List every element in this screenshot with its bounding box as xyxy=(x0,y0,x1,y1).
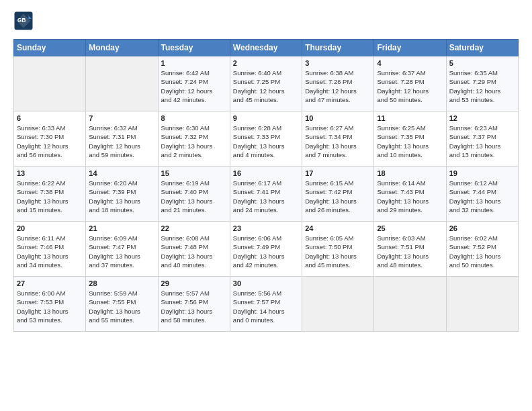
calendar-cell: 17Sunrise: 6:15 AM Sunset: 7:42 PM Dayli… xyxy=(302,167,374,222)
day-number: 11 xyxy=(377,114,443,122)
day-detail: Sunrise: 6:27 AM Sunset: 7:34 PM Dayligh… xyxy=(305,124,371,159)
week-row-1: 6Sunrise: 6:33 AM Sunset: 7:30 PM Daylig… xyxy=(14,111,519,167)
calendar-cell: 30Sunrise: 5:56 AM Sunset: 7:57 PM Dayli… xyxy=(230,277,302,332)
day-detail: Sunrise: 6:35 AM Sunset: 7:29 PM Dayligh… xyxy=(449,68,515,104)
calendar-cell: 2Sunrise: 6:40 AM Sunset: 7:25 PM Daylig… xyxy=(230,56,302,111)
calendar-header: SundayMondayTuesdayWednesdayThursdayFrid… xyxy=(14,40,519,56)
day-detail: Sunrise: 6:23 AM Sunset: 7:37 PM Dayligh… xyxy=(449,124,515,159)
day-number: 22 xyxy=(161,224,227,232)
day-detail: Sunrise: 6:40 AM Sunset: 7:25 PM Dayligh… xyxy=(233,68,299,104)
calendar-cell: 21Sunrise: 6:09 AM Sunset: 7:47 PM Dayli… xyxy=(86,222,158,277)
header: GB xyxy=(13,11,519,31)
day-number: 27 xyxy=(17,279,83,287)
day-detail: Sunrise: 6:11 AM Sunset: 7:46 PM Dayligh… xyxy=(17,234,83,269)
day-detail: Sunrise: 5:57 AM Sunset: 7:56 PM Dayligh… xyxy=(161,289,227,324)
calendar-cell: 19Sunrise: 6:12 AM Sunset: 7:44 PM Dayli… xyxy=(446,167,518,222)
day-number: 4 xyxy=(377,59,443,67)
day-number: 5 xyxy=(449,59,515,67)
logo-icon: GB xyxy=(13,11,34,31)
calendar-cell: 24Sunrise: 6:05 AM Sunset: 7:50 PM Dayli… xyxy=(302,222,374,277)
calendar-cell: 3Sunrise: 6:38 AM Sunset: 7:26 PM Daylig… xyxy=(302,56,374,111)
calendar-cell: 18Sunrise: 6:14 AM Sunset: 7:43 PM Dayli… xyxy=(374,167,446,222)
calendar-cell xyxy=(86,56,158,111)
day-detail: Sunrise: 5:59 AM Sunset: 7:55 PM Dayligh… xyxy=(89,289,154,324)
day-detail: Sunrise: 6:14 AM Sunset: 7:43 PM Dayligh… xyxy=(377,179,443,214)
calendar-cell: 4Sunrise: 6:37 AM Sunset: 7:28 PM Daylig… xyxy=(374,56,446,111)
day-detail: Sunrise: 6:09 AM Sunset: 7:47 PM Dayligh… xyxy=(89,234,154,269)
svg-text:GB: GB xyxy=(17,17,26,24)
day-number: 19 xyxy=(449,169,515,177)
calendar-cell xyxy=(374,277,446,332)
calendar-cell: 23Sunrise: 6:06 AM Sunset: 7:49 PM Dayli… xyxy=(230,222,302,277)
day-number: 17 xyxy=(305,169,371,177)
header-day-thursday: Thursday xyxy=(302,40,374,56)
calendar-cell xyxy=(302,277,374,332)
day-detail: Sunrise: 6:19 AM Sunset: 7:40 PM Dayligh… xyxy=(161,179,227,214)
day-detail: Sunrise: 6:17 AM Sunset: 7:41 PM Dayligh… xyxy=(233,179,299,214)
calendar-cell: 26Sunrise: 6:02 AM Sunset: 7:52 PM Dayli… xyxy=(446,222,518,277)
day-number: 10 xyxy=(305,114,371,122)
day-number: 25 xyxy=(377,224,443,232)
day-number: 28 xyxy=(89,279,154,287)
day-detail: Sunrise: 6:25 AM Sunset: 7:35 PM Dayligh… xyxy=(377,124,443,159)
calendar-cell: 22Sunrise: 6:08 AM Sunset: 7:48 PM Dayli… xyxy=(158,222,230,277)
calendar-cell: 1Sunrise: 6:42 AM Sunset: 7:24 PM Daylig… xyxy=(158,56,230,111)
calendar-cell: 25Sunrise: 6:03 AM Sunset: 7:51 PM Dayli… xyxy=(374,222,446,277)
calendar-cell: 14Sunrise: 6:20 AM Sunset: 7:39 PM Dayli… xyxy=(86,167,158,222)
header-day-wednesday: Wednesday xyxy=(230,40,302,56)
day-number: 16 xyxy=(233,169,299,177)
day-detail: Sunrise: 6:30 AM Sunset: 7:32 PM Dayligh… xyxy=(161,124,227,159)
calendar-cell: 13Sunrise: 6:22 AM Sunset: 7:38 PM Dayli… xyxy=(14,167,86,222)
week-row-3: 20Sunrise: 6:11 AM Sunset: 7:46 PM Dayli… xyxy=(14,222,519,277)
calendar-cell xyxy=(446,277,518,332)
day-detail: Sunrise: 6:37 AM Sunset: 7:28 PM Dayligh… xyxy=(377,68,443,104)
day-number: 8 xyxy=(161,114,227,122)
day-detail: Sunrise: 6:22 AM Sunset: 7:38 PM Dayligh… xyxy=(17,179,83,214)
day-number: 30 xyxy=(233,279,299,287)
header-day-friday: Friday xyxy=(374,40,446,56)
day-detail: Sunrise: 6:33 AM Sunset: 7:30 PM Dayligh… xyxy=(17,124,83,159)
calendar-cell: 9Sunrise: 6:28 AM Sunset: 7:33 PM Daylig… xyxy=(230,111,302,167)
calendar-cell: 27Sunrise: 6:00 AM Sunset: 7:53 PM Dayli… xyxy=(14,277,86,332)
day-detail: Sunrise: 6:03 AM Sunset: 7:51 PM Dayligh… xyxy=(377,234,443,269)
calendar-cell: 12Sunrise: 6:23 AM Sunset: 7:37 PM Dayli… xyxy=(446,111,518,167)
calendar-table: SundayMondayTuesdayWednesdayThursdayFrid… xyxy=(13,39,519,332)
header-row: SundayMondayTuesdayWednesdayThursdayFrid… xyxy=(14,40,519,56)
calendar-cell: 20Sunrise: 6:11 AM Sunset: 7:46 PM Dayli… xyxy=(14,222,86,277)
calendar-cell: 8Sunrise: 6:30 AM Sunset: 7:32 PM Daylig… xyxy=(158,111,230,167)
day-detail: Sunrise: 5:56 AM Sunset: 7:57 PM Dayligh… xyxy=(233,289,299,324)
day-number: 26 xyxy=(449,224,515,232)
day-number: 2 xyxy=(233,59,299,67)
header-day-sunday: Sunday xyxy=(14,40,86,56)
calendar-body: 1Sunrise: 6:42 AM Sunset: 7:24 PM Daylig… xyxy=(14,56,519,332)
day-number: 23 xyxy=(233,224,299,232)
header-day-saturday: Saturday xyxy=(446,40,518,56)
day-number: 24 xyxy=(305,224,371,232)
day-detail: Sunrise: 6:08 AM Sunset: 7:48 PM Dayligh… xyxy=(161,234,227,269)
day-number: 6 xyxy=(17,114,83,122)
day-detail: Sunrise: 6:06 AM Sunset: 7:49 PM Dayligh… xyxy=(233,234,299,269)
calendar-cell: 10Sunrise: 6:27 AM Sunset: 7:34 PM Dayli… xyxy=(302,111,374,167)
week-row-4: 27Sunrise: 6:00 AM Sunset: 7:53 PM Dayli… xyxy=(14,277,519,332)
calendar-cell: 5Sunrise: 6:35 AM Sunset: 7:29 PM Daylig… xyxy=(446,56,518,111)
day-detail: Sunrise: 6:02 AM Sunset: 7:52 PM Dayligh… xyxy=(449,234,515,269)
day-number: 7 xyxy=(89,114,154,122)
calendar-cell: 7Sunrise: 6:32 AM Sunset: 7:31 PM Daylig… xyxy=(86,111,158,167)
day-detail: Sunrise: 6:42 AM Sunset: 7:24 PM Dayligh… xyxy=(161,68,227,104)
calendar-cell: 29Sunrise: 5:57 AM Sunset: 7:56 PM Dayli… xyxy=(158,277,230,332)
header-day-tuesday: Tuesday xyxy=(158,40,230,56)
week-row-2: 13Sunrise: 6:22 AM Sunset: 7:38 PM Dayli… xyxy=(14,167,519,222)
day-detail: Sunrise: 6:32 AM Sunset: 7:31 PM Dayligh… xyxy=(89,124,154,159)
day-number: 13 xyxy=(17,169,83,177)
day-detail: Sunrise: 6:38 AM Sunset: 7:26 PM Dayligh… xyxy=(305,68,371,104)
day-number: 18 xyxy=(377,169,443,177)
calendar-cell: 11Sunrise: 6:25 AM Sunset: 7:35 PM Dayli… xyxy=(374,111,446,167)
day-detail: Sunrise: 6:15 AM Sunset: 7:42 PM Dayligh… xyxy=(305,179,371,214)
day-detail: Sunrise: 6:20 AM Sunset: 7:39 PM Dayligh… xyxy=(89,179,154,214)
logo: GB xyxy=(13,11,36,31)
day-number: 1 xyxy=(161,59,227,67)
calendar-cell xyxy=(14,56,86,111)
day-detail: Sunrise: 6:12 AM Sunset: 7:44 PM Dayligh… xyxy=(449,179,515,214)
day-number: 20 xyxy=(17,224,83,232)
day-number: 21 xyxy=(89,224,154,232)
